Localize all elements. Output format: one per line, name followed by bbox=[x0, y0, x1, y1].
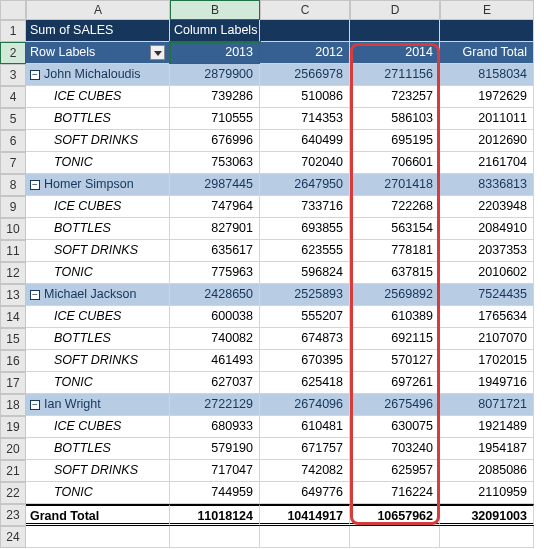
item-val[interactable]: 775963 bbox=[170, 262, 260, 284]
row-14[interactable]: 14 bbox=[0, 306, 26, 328]
collapse-icon[interactable]: − bbox=[30, 400, 40, 410]
item-val[interactable]: 570127 bbox=[350, 350, 440, 372]
row-21[interactable]: 21 bbox=[0, 460, 26, 482]
item-val[interactable]: 610389 bbox=[350, 306, 440, 328]
grand-val[interactable]: 11018124 bbox=[170, 504, 260, 526]
blank[interactable] bbox=[26, 526, 170, 548]
item-val[interactable]: 640499 bbox=[260, 130, 350, 152]
item-bottles[interactable]: BOTTLES bbox=[26, 218, 170, 240]
item-val[interactable]: 723257 bbox=[350, 86, 440, 108]
grand-total-row[interactable]: Grand Total bbox=[26, 504, 170, 526]
grand-val[interactable]: 32091003 bbox=[440, 504, 534, 526]
item-val[interactable]: 510086 bbox=[260, 86, 350, 108]
item-val[interactable]: 555207 bbox=[260, 306, 350, 328]
item-val[interactable]: 740082 bbox=[170, 328, 260, 350]
item-val[interactable]: 2011011 bbox=[440, 108, 534, 130]
item-val[interactable]: 778181 bbox=[350, 240, 440, 262]
item-val[interactable]: 671757 bbox=[260, 438, 350, 460]
item-bottles[interactable]: BOTTLES bbox=[26, 108, 170, 130]
collapse-icon[interactable]: − bbox=[30, 290, 40, 300]
group-john-michaloudis[interactable]: −John Michaloudis bbox=[26, 64, 170, 86]
row-22[interactable]: 22 bbox=[0, 482, 26, 504]
item-val[interactable]: 600038 bbox=[170, 306, 260, 328]
row-18[interactable]: 18 bbox=[0, 394, 26, 416]
item-ice-cubes[interactable]: ICE CUBES bbox=[26, 86, 170, 108]
group-val[interactable]: 2566978 bbox=[260, 64, 350, 86]
row-labels-cell[interactable]: Row Labels bbox=[26, 42, 170, 64]
item-val[interactable]: 2084910 bbox=[440, 218, 534, 240]
item-val[interactable]: 2110959 bbox=[440, 482, 534, 504]
item-val[interactable]: 739286 bbox=[170, 86, 260, 108]
year-2014[interactable]: 2014 bbox=[350, 42, 440, 64]
row-2[interactable]: 2 bbox=[0, 42, 26, 64]
row-10[interactable]: 10 bbox=[0, 218, 26, 240]
row-1[interactable]: 1 bbox=[0, 20, 26, 42]
item-val[interactable]: 586103 bbox=[350, 108, 440, 130]
item-val[interactable]: 2037353 bbox=[440, 240, 534, 262]
group-val[interactable]: 2711156 bbox=[350, 64, 440, 86]
item-val[interactable]: 716224 bbox=[350, 482, 440, 504]
item-val[interactable]: 2161704 bbox=[440, 152, 534, 174]
group-val[interactable]: 2569892 bbox=[350, 284, 440, 306]
group-ian-wright[interactable]: −Ian Wright bbox=[26, 394, 170, 416]
item-val[interactable]: 630075 bbox=[350, 416, 440, 438]
item-val[interactable]: 635617 bbox=[170, 240, 260, 262]
item-bottles[interactable]: BOTTLES bbox=[26, 438, 170, 460]
grand-val[interactable]: 10657962 bbox=[350, 504, 440, 526]
item-val[interactable]: 680933 bbox=[170, 416, 260, 438]
col-A[interactable]: A bbox=[26, 0, 170, 20]
item-val[interactable]: 2010602 bbox=[440, 262, 534, 284]
item-val[interactable]: 702040 bbox=[260, 152, 350, 174]
blank[interactable] bbox=[440, 526, 534, 548]
item-ice-cubes[interactable]: ICE CUBES bbox=[26, 416, 170, 438]
collapse-icon[interactable]: − bbox=[30, 70, 40, 80]
grand-val[interactable]: 10414917 bbox=[260, 504, 350, 526]
group-val[interactable]: 2722129 bbox=[170, 394, 260, 416]
group-val[interactable]: 8158034 bbox=[440, 64, 534, 86]
item-val[interactable]: 1702015 bbox=[440, 350, 534, 372]
item-val[interactable]: 722268 bbox=[350, 196, 440, 218]
blank[interactable] bbox=[260, 526, 350, 548]
group-val[interactable]: 8071721 bbox=[440, 394, 534, 416]
item-val[interactable]: 747964 bbox=[170, 196, 260, 218]
item-val[interactable]: 714353 bbox=[260, 108, 350, 130]
item-tonic[interactable]: TONIC bbox=[26, 482, 170, 504]
item-val[interactable]: 1949716 bbox=[440, 372, 534, 394]
item-val[interactable]: 703240 bbox=[350, 438, 440, 460]
item-val[interactable]: 710555 bbox=[170, 108, 260, 130]
item-val[interactable]: 827901 bbox=[170, 218, 260, 240]
year-2013[interactable]: 2013 bbox=[170, 42, 260, 64]
row-labels-dropdown-icon[interactable] bbox=[150, 45, 165, 60]
item-val[interactable]: 596824 bbox=[260, 262, 350, 284]
group-val[interactable]: 2428650 bbox=[170, 284, 260, 306]
group-homer-simpson[interactable]: −Homer Simpson bbox=[26, 174, 170, 196]
row-16[interactable]: 16 bbox=[0, 350, 26, 372]
row-8[interactable]: 8 bbox=[0, 174, 26, 196]
item-val[interactable]: 753063 bbox=[170, 152, 260, 174]
row-20[interactable]: 20 bbox=[0, 438, 26, 460]
item-val[interactable]: 744959 bbox=[170, 482, 260, 504]
item-val[interactable]: 1921489 bbox=[440, 416, 534, 438]
item-val[interactable]: 637815 bbox=[350, 262, 440, 284]
item-bottles[interactable]: BOTTLES bbox=[26, 328, 170, 350]
item-soft-drinks[interactable]: SOFT DRINKS bbox=[26, 130, 170, 152]
row-15[interactable]: 15 bbox=[0, 328, 26, 350]
item-val[interactable]: 1972629 bbox=[440, 86, 534, 108]
item-tonic[interactable]: TONIC bbox=[26, 372, 170, 394]
item-val[interactable]: 563154 bbox=[350, 218, 440, 240]
group-val[interactable]: 2701418 bbox=[350, 174, 440, 196]
row-4[interactable]: 4 bbox=[0, 86, 26, 108]
group-michael-jackson[interactable]: −Michael Jackson bbox=[26, 284, 170, 306]
item-soft-drinks[interactable]: SOFT DRINKS bbox=[26, 460, 170, 482]
item-ice-cubes[interactable]: ICE CUBES bbox=[26, 306, 170, 328]
col-E[interactable]: E bbox=[440, 0, 534, 20]
row-23[interactable]: 23 bbox=[0, 504, 26, 526]
group-val[interactable]: 8336813 bbox=[440, 174, 534, 196]
item-tonic[interactable]: TONIC bbox=[26, 262, 170, 284]
year-2012[interactable]: 2012 bbox=[260, 42, 350, 64]
group-val[interactable]: 2647950 bbox=[260, 174, 350, 196]
col-C[interactable]: C bbox=[260, 0, 350, 20]
row-17[interactable]: 17 bbox=[0, 372, 26, 394]
group-val[interactable]: 2987445 bbox=[170, 174, 260, 196]
item-val[interactable]: 2107070 bbox=[440, 328, 534, 350]
